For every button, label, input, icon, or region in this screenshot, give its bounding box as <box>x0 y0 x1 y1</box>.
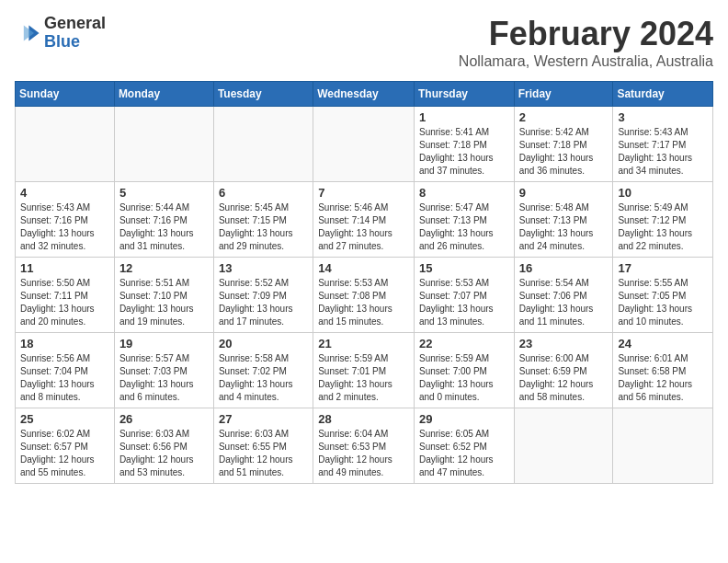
day-info: Sunrise: 5:53 AM Sunset: 7:07 PM Dayligh… <box>419 277 509 328</box>
calendar-cell <box>114 107 213 182</box>
day-number: 20 <box>219 337 308 350</box>
calendar-header-tuesday: Tuesday <box>213 82 313 107</box>
day-number: 15 <box>419 261 509 275</box>
calendar-cell <box>213 107 313 182</box>
day-number: 10 <box>618 186 708 200</box>
day-number: 24 <box>618 337 708 350</box>
day-number: 13 <box>219 261 308 275</box>
day-number: 26 <box>119 412 209 426</box>
calendar-cell: 24Sunrise: 6:01 AM Sunset: 6:58 PM Dayli… <box>613 333 713 408</box>
day-number: 9 <box>519 186 609 200</box>
calendar-cell: 26Sunrise: 6:03 AM Sunset: 6:56 PM Dayli… <box>114 408 213 484</box>
calendar-header-row: SundayMondayTuesdayWednesdayThursdayFrid… <box>16 82 713 107</box>
day-info: Sunrise: 6:03 AM Sunset: 6:55 PM Dayligh… <box>219 428 308 479</box>
calendar-header-sunday: Sunday <box>16 82 115 107</box>
day-number: 8 <box>419 186 509 200</box>
calendar-cell: 18Sunrise: 5:56 AM Sunset: 7:04 PM Dayli… <box>16 333 115 408</box>
day-info: Sunrise: 5:53 AM Sunset: 7:08 PM Dayligh… <box>318 277 409 328</box>
calendar-cell: 29Sunrise: 6:05 AM Sunset: 6:52 PM Dayli… <box>414 408 514 484</box>
day-number: 14 <box>318 261 409 275</box>
day-number: 3 <box>618 110 708 124</box>
day-number: 29 <box>419 412 509 426</box>
day-info: Sunrise: 5:51 AM Sunset: 7:10 PM Dayligh… <box>119 277 209 328</box>
day-info: Sunrise: 6:01 AM Sunset: 6:58 PM Dayligh… <box>618 352 708 404</box>
day-info: Sunrise: 5:46 AM Sunset: 7:14 PM Dayligh… <box>318 201 409 253</box>
day-number: 16 <box>519 261 609 275</box>
day-number: 6 <box>219 186 308 200</box>
day-number: 2 <box>519 110 609 124</box>
calendar-cell: 4Sunrise: 5:43 AM Sunset: 7:16 PM Daylig… <box>16 182 115 258</box>
calendar-week-row: 11Sunrise: 5:50 AM Sunset: 7:11 PM Dayli… <box>16 258 713 333</box>
day-info: Sunrise: 5:59 AM Sunset: 7:00 PM Dayligh… <box>419 352 509 404</box>
calendar-cell: 14Sunrise: 5:53 AM Sunset: 7:08 PM Dayli… <box>313 258 415 333</box>
logo-text: General Blue <box>44 15 106 52</box>
day-number: 21 <box>318 337 409 350</box>
day-number: 28 <box>318 412 409 426</box>
day-info: Sunrise: 5:44 AM Sunset: 7:16 PM Dayligh… <box>119 201 209 253</box>
calendar-cell: 8Sunrise: 5:47 AM Sunset: 7:13 PM Daylig… <box>414 182 514 258</box>
calendar-cell: 23Sunrise: 6:00 AM Sunset: 6:59 PM Dayli… <box>514 333 613 408</box>
day-info: Sunrise: 6:00 AM Sunset: 6:59 PM Dayligh… <box>519 352 609 404</box>
day-info: Sunrise: 5:49 AM Sunset: 7:12 PM Dayligh… <box>618 201 708 253</box>
calendar-cell: 19Sunrise: 5:57 AM Sunset: 7:03 PM Dayli… <box>114 333 213 408</box>
calendar-cell: 22Sunrise: 5:59 AM Sunset: 7:00 PM Dayli… <box>414 333 514 408</box>
day-info: Sunrise: 5:41 AM Sunset: 7:18 PM Dayligh… <box>419 126 509 178</box>
calendar-week-row: 25Sunrise: 6:02 AM Sunset: 6:57 PM Dayli… <box>16 408 713 484</box>
calendar-header-wednesday: Wednesday <box>313 82 415 107</box>
day-number: 11 <box>20 261 109 275</box>
calendar-cell <box>313 107 415 182</box>
day-info: Sunrise: 6:02 AM Sunset: 6:57 PM Dayligh… <box>20 428 109 479</box>
calendar-cell: 9Sunrise: 5:48 AM Sunset: 7:13 PM Daylig… <box>514 182 613 258</box>
logo: General Blue <box>15 15 106 52</box>
calendar-cell: 10Sunrise: 5:49 AM Sunset: 7:12 PM Dayli… <box>613 182 713 258</box>
day-number: 25 <box>20 412 109 426</box>
calendar-table: SundayMondayTuesdayWednesdayThursdayFrid… <box>15 81 713 484</box>
calendar-cell: 21Sunrise: 5:59 AM Sunset: 7:01 PM Dayli… <box>313 333 415 408</box>
calendar-cell: 28Sunrise: 6:04 AM Sunset: 6:53 PM Dayli… <box>313 408 415 484</box>
logo-general: General <box>44 15 106 33</box>
day-info: Sunrise: 6:05 AM Sunset: 6:52 PM Dayligh… <box>419 428 509 479</box>
calendar-cell: 7Sunrise: 5:46 AM Sunset: 7:14 PM Daylig… <box>313 182 415 258</box>
calendar-week-row: 1Sunrise: 5:41 AM Sunset: 7:18 PM Daylig… <box>16 107 713 182</box>
calendar-cell <box>514 408 613 484</box>
day-number: 18 <box>20 337 109 350</box>
day-info: Sunrise: 5:43 AM Sunset: 7:16 PM Dayligh… <box>20 201 109 253</box>
logo-icon <box>15 20 40 46</box>
calendar-cell: 15Sunrise: 5:53 AM Sunset: 7:07 PM Dayli… <box>414 258 514 333</box>
logo-blue: Blue <box>44 33 106 52</box>
day-info: Sunrise: 5:47 AM Sunset: 7:13 PM Dayligh… <box>419 201 509 253</box>
day-number: 19 <box>119 337 209 350</box>
calendar-cell: 3Sunrise: 5:43 AM Sunset: 7:17 PM Daylig… <box>613 107 713 182</box>
calendar-header-friday: Friday <box>514 82 613 107</box>
calendar-cell: 1Sunrise: 5:41 AM Sunset: 7:18 PM Daylig… <box>414 107 514 182</box>
day-info: Sunrise: 5:48 AM Sunset: 7:13 PM Dayligh… <box>519 201 609 253</box>
calendar-cell: 6Sunrise: 5:45 AM Sunset: 7:15 PM Daylig… <box>213 182 313 258</box>
day-info: Sunrise: 5:52 AM Sunset: 7:09 PM Dayligh… <box>219 277 308 328</box>
day-number: 27 <box>219 412 308 426</box>
day-info: Sunrise: 5:56 AM Sunset: 7:04 PM Dayligh… <box>20 352 109 404</box>
day-info: Sunrise: 5:57 AM Sunset: 7:03 PM Dayligh… <box>119 352 209 404</box>
calendar-header-thursday: Thursday <box>414 82 514 107</box>
day-number: 7 <box>318 186 409 200</box>
day-number: 23 <box>519 337 609 350</box>
day-info: Sunrise: 5:42 AM Sunset: 7:18 PM Dayligh… <box>519 126 609 178</box>
calendar-week-row: 18Sunrise: 5:56 AM Sunset: 7:04 PM Dayli… <box>16 333 713 408</box>
header: General Blue February 2024 Nollamara, We… <box>15 15 713 70</box>
day-number: 12 <box>119 261 209 275</box>
calendar-cell: 25Sunrise: 6:02 AM Sunset: 6:57 PM Dayli… <box>16 408 115 484</box>
day-number: 22 <box>419 337 509 350</box>
month-title: February 2024 <box>459 15 713 53</box>
day-info: Sunrise: 5:43 AM Sunset: 7:17 PM Dayligh… <box>618 126 708 178</box>
calendar-cell <box>613 408 713 484</box>
calendar-cell: 27Sunrise: 6:03 AM Sunset: 6:55 PM Dayli… <box>213 408 313 484</box>
day-info: Sunrise: 5:50 AM Sunset: 7:11 PM Dayligh… <box>20 277 109 328</box>
calendar-header-monday: Monday <box>114 82 213 107</box>
calendar-cell: 12Sunrise: 5:51 AM Sunset: 7:10 PM Dayli… <box>114 258 213 333</box>
day-number: 5 <box>119 186 209 200</box>
calendar-cell: 5Sunrise: 5:44 AM Sunset: 7:16 PM Daylig… <box>114 182 213 258</box>
title-section: February 2024 Nollamara, Western Austral… <box>459 15 713 70</box>
day-number: 4 <box>20 186 109 200</box>
calendar-header-saturday: Saturday <box>613 82 713 107</box>
day-number: 17 <box>618 261 708 275</box>
day-info: Sunrise: 5:58 AM Sunset: 7:02 PM Dayligh… <box>219 352 308 404</box>
